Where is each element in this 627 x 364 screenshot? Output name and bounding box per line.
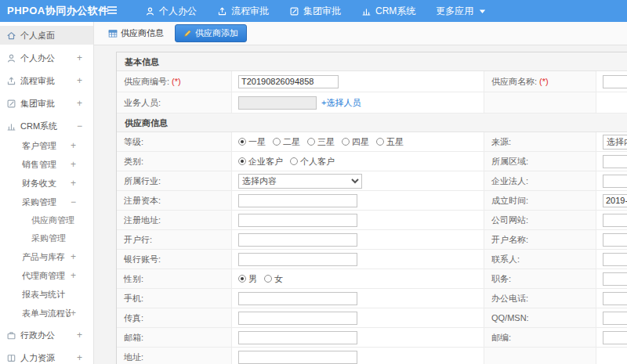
field-label: 业务人员:: [117, 92, 232, 113]
text-input[interactable]: [238, 331, 357, 344]
collapse-icon[interactable]: −: [77, 121, 87, 132]
text-input[interactable]: [603, 292, 627, 305]
radio-button[interactable]: [238, 275, 246, 283]
radio-button[interactable]: [238, 138, 246, 146]
expand-icon[interactable]: +: [71, 159, 87, 170]
expand-icon[interactable]: +: [77, 52, 87, 63]
sidebar-item-16[interactable]: 人力资源+: [0, 348, 93, 364]
book-icon: [6, 353, 20, 363]
staff-picker-input[interactable]: [238, 96, 317, 110]
expand-icon[interactable]: +: [71, 140, 87, 151]
topbar-menu-item-0[interactable]: 个人办公: [135, 0, 207, 22]
field-cell: [596, 308, 627, 327]
topbar-menu-item-4[interactable]: 更多应用: [426, 0, 496, 22]
radio-option[interactable]: 一星: [238, 136, 266, 148]
text-input[interactable]: [238, 351, 357, 364]
expand-icon[interactable]: +: [77, 330, 87, 341]
form-row: 手机:办公电话:: [117, 289, 627, 308]
field-label: 供应商编号:(*): [117, 71, 232, 92]
sidebar-item-label: 财务收支: [22, 178, 71, 189]
text-input[interactable]: [603, 312, 627, 325]
radio-option[interactable]: 女: [264, 273, 283, 285]
field-cell: [596, 289, 627, 308]
sidebar-item-15[interactable]: 行政办公+: [0, 326, 93, 344]
radio-button[interactable]: [342, 138, 350, 146]
field-label: 开户名称:: [484, 230, 596, 249]
text-input[interactable]: [238, 233, 357, 247]
sidebar-item-7[interactable]: 财务收支+: [0, 175, 93, 192]
tab-0[interactable]: 供应商信息: [103, 25, 169, 41]
sidebar-item-1[interactable]: 个人办公+: [0, 49, 93, 67]
text-input[interactable]: [603, 233, 627, 247]
radio-label: 三星: [317, 136, 335, 148]
sidebar-item-label: 行政办公: [20, 330, 77, 341]
text-input[interactable]: [238, 75, 339, 88]
radio-option[interactable]: 男: [238, 273, 257, 285]
sidebar-item-13[interactable]: 报表与统计: [0, 286, 93, 303]
expand-icon[interactable]: +: [71, 308, 87, 319]
radio-option[interactable]: 企业客户: [238, 156, 283, 168]
text-input[interactable]: [603, 175, 627, 188]
text-input[interactable]: [238, 292, 357, 305]
text-input[interactable]: [603, 194, 627, 207]
radio-label: 个人客户: [300, 156, 335, 168]
text-input[interactable]: [603, 214, 627, 227]
sidebar-item-3[interactable]: 集团审批+: [0, 94, 93, 113]
text-input[interactable]: [603, 155, 627, 168]
collapse-icon[interactable]: −: [71, 196, 87, 207]
expand-icon[interactable]: +: [71, 270, 87, 281]
topbar-menu-item-3[interactable]: CRM系统: [351, 0, 426, 22]
text-input[interactable]: [238, 312, 357, 325]
expand-icon[interactable]: +: [71, 251, 87, 262]
dropdown-select[interactable]: 选择内容: [238, 174, 362, 189]
sidebar-item-14[interactable]: 表单与流程设置+: [0, 305, 93, 322]
sidebar-item-11[interactable]: 产品与库存+: [0, 248, 93, 265]
field-cell: [596, 348, 627, 364]
radio-button[interactable]: [264, 275, 272, 283]
sidebar-item-6[interactable]: 销售管理+: [0, 156, 93, 173]
text-input[interactable]: [238, 194, 357, 207]
sidebar-item-8[interactable]: 采购管理−: [0, 193, 93, 211]
radio-option[interactable]: 三星: [307, 136, 335, 148]
flow-icon: [6, 76, 20, 86]
sidebar-item-12[interactable]: 代理商管理+: [0, 267, 93, 284]
text-input[interactable]: [603, 331, 627, 344]
field-label-text: 供应商编号:: [124, 76, 169, 88]
sidebar-item-9[interactable]: 供应商管理: [0, 211, 93, 229]
radio-option[interactable]: 四星: [342, 136, 369, 148]
radio-button[interactable]: [273, 138, 281, 146]
expand-icon[interactable]: +: [77, 98, 87, 109]
edit-icon: [289, 6, 299, 16]
select-staff-link[interactable]: +选择人员: [321, 97, 361, 109]
sidebar-item-2[interactable]: 流程审批+: [0, 71, 93, 90]
expand-icon[interactable]: +: [77, 75, 87, 86]
radio-option[interactable]: 五星: [376, 136, 404, 148]
radio-option[interactable]: 个人客户: [290, 156, 335, 168]
sidebar-item-4[interactable]: CRM系统−: [0, 117, 93, 135]
radio-button[interactable]: [376, 138, 384, 146]
expand-icon[interactable]: +: [77, 352, 87, 363]
text-input[interactable]: [603, 75, 627, 88]
sidebar-item-10[interactable]: 采购管理: [0, 229, 93, 247]
field-cell: [596, 230, 627, 249]
sidebar-item-label: 产品与库存: [22, 251, 71, 263]
sidebar-item-label: 报表与统计: [22, 289, 87, 301]
radio-option[interactable]: 二星: [273, 136, 300, 148]
text-input[interactable]: [238, 253, 357, 266]
topbar-menu-item-1[interactable]: 流程审批: [207, 0, 279, 22]
radio-button[interactable]: [307, 138, 315, 146]
dropdown-select[interactable]: 选择内容: [603, 135, 627, 150]
expand-icon[interactable]: +: [71, 178, 87, 189]
radio-button[interactable]: [290, 157, 298, 165]
text-input[interactable]: [238, 214, 357, 227]
radio-button[interactable]: [238, 157, 246, 165]
topbar-menu-item-2[interactable]: 集团审批: [279, 0, 351, 22]
field-cell: [596, 171, 627, 190]
hamburger-button[interactable]: [100, 4, 124, 18]
sidebar-item-5[interactable]: 客户管理+: [0, 137, 93, 154]
text-input[interactable]: [603, 253, 627, 266]
tab-1[interactable]: 供应商添加: [175, 24, 247, 42]
sidebar-item-0[interactable]: 个人桌面: [0, 26, 93, 45]
field-cell: [596, 191, 627, 210]
text-input[interactable]: [603, 272, 627, 286]
